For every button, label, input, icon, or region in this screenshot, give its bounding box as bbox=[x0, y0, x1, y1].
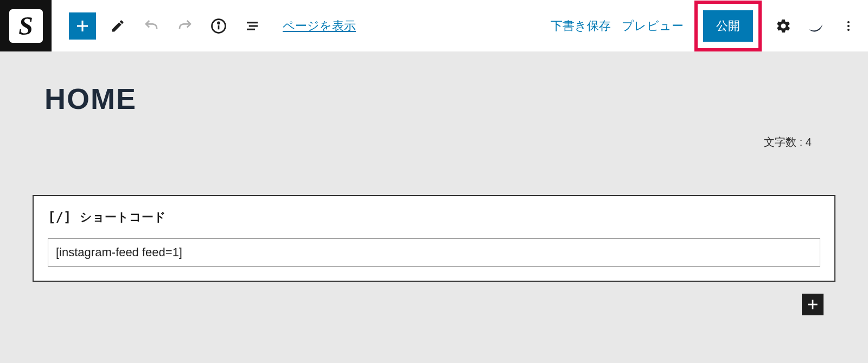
more-options-button[interactable] bbox=[838, 15, 859, 37]
toolbar-left-group: ページを表示 bbox=[69, 12, 356, 40]
publish-button[interactable]: 公開 bbox=[703, 10, 753, 42]
page-title[interactable]: HOME bbox=[44, 82, 835, 115]
add-block-button[interactable] bbox=[69, 12, 96, 40]
logo-letter: S bbox=[9, 9, 43, 43]
svg-point-9 bbox=[847, 25, 850, 27]
svg-point-8 bbox=[847, 21, 850, 23]
shortcode-block-header: [/] ショートコード bbox=[48, 209, 820, 225]
shortcode-input[interactable] bbox=[48, 238, 820, 267]
swoosh-icon bbox=[806, 16, 826, 36]
outline-button[interactable] bbox=[240, 14, 264, 38]
editor-content: HOME 文字数 : 4 [/] ショートコード bbox=[0, 51, 868, 315]
shortcode-label: ショートコード bbox=[80, 209, 166, 225]
site-logo[interactable]: S bbox=[0, 0, 52, 51]
info-icon bbox=[210, 18, 227, 34]
shortcode-block[interactable]: [/] ショートコード bbox=[33, 195, 835, 282]
view-page-link[interactable]: ページを表示 bbox=[283, 18, 356, 34]
info-button[interactable] bbox=[207, 14, 231, 38]
settings-button[interactable] bbox=[773, 15, 794, 37]
block-appender-row bbox=[33, 294, 835, 315]
svg-point-10 bbox=[847, 29, 850, 31]
undo-icon bbox=[143, 18, 159, 34]
edit-mode-button[interactable] bbox=[106, 14, 130, 38]
shortcode-icon: [/] bbox=[48, 210, 71, 225]
svg-point-4 bbox=[218, 22, 220, 23]
pencil-icon bbox=[110, 18, 125, 34]
toolbar-right-group: 下書き保存 プレビュー 公開 bbox=[551, 1, 859, 51]
redo-icon bbox=[177, 18, 193, 34]
append-block-button[interactable] bbox=[802, 294, 824, 315]
character-count: 文字数 : 4 bbox=[33, 135, 812, 150]
undo-button[interactable] bbox=[139, 14, 163, 38]
plus-icon bbox=[74, 18, 91, 34]
publish-highlight-box: 公開 bbox=[694, 1, 762, 51]
preview-button[interactable]: プレビュー bbox=[622, 18, 684, 34]
editor-toolbar: S ページを表示 下書き保存 プレビュー 公開 bbox=[0, 0, 868, 51]
save-draft-button[interactable]: 下書き保存 bbox=[551, 18, 611, 34]
kebab-icon bbox=[842, 20, 855, 33]
list-icon bbox=[244, 18, 260, 34]
gear-icon bbox=[775, 18, 792, 34]
redo-button[interactable] bbox=[173, 14, 197, 38]
plus-icon bbox=[806, 297, 820, 312]
theme-icon-button[interactable] bbox=[805, 15, 827, 37]
